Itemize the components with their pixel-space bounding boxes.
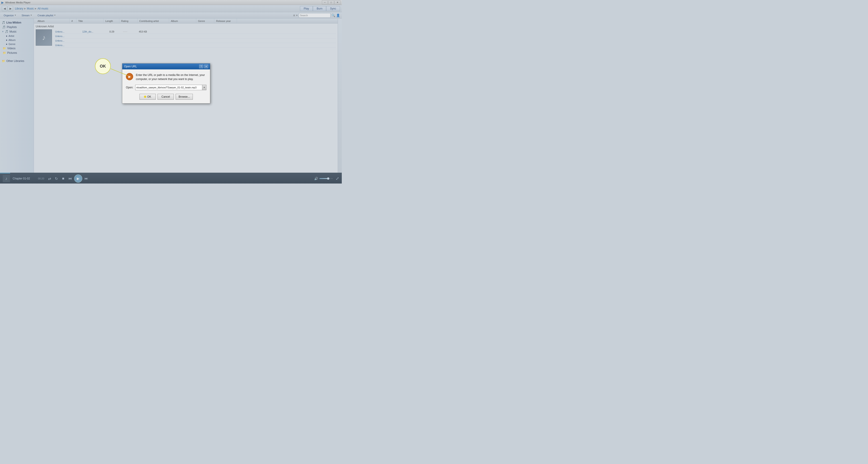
dialog-close-button[interactable]: ✕ [204,65,208,68]
modal-overlay: OK Open URL ? ✕ ▶ Enter the URL or path … [0,0,342,184]
dialog-title-bar: Open URL ? ✕ [122,63,210,69]
dialog-body: ▶ Enter the URL or path to a media file … [122,69,210,103]
dialog-message-row: ▶ Enter the URL or path to a media file … [126,73,206,81]
dialog-buttons: OK Cancel Browse... [126,94,206,100]
dialog-title: Open URL [124,65,137,68]
open-url-dialog: Open URL ? ✕ ▶ Enter the URL or path to … [122,63,210,103]
dialog-ok-button[interactable]: OK [140,94,156,100]
dialog-cancel-button[interactable]: Cancel [158,94,174,100]
annotation-label: OK [100,64,106,69]
dialog-open-row: Open: ▼ [126,85,206,90]
dialog-open-label: Open: [126,86,133,89]
dialog-url-input[interactable] [135,85,202,90]
dialog-url-combo[interactable]: ▼ [135,85,206,90]
dialog-message: Enter the URL or path to a media file on… [136,73,206,81]
dialog-ok-label: OK [147,95,151,98]
dialog-combo-arrow[interactable]: ▼ [202,85,206,90]
dialog-media-icon: ▶ [126,73,133,80]
ok-dot-icon [144,96,146,98]
dialog-title-controls: ? ✕ [199,65,208,68]
dialog-browse-button[interactable]: Browse... [176,94,193,100]
dialog-help-button[interactable]: ? [199,65,203,68]
annotation-ok-circle: OK [95,58,111,74]
play-circle-icon: ▶ [126,73,133,80]
